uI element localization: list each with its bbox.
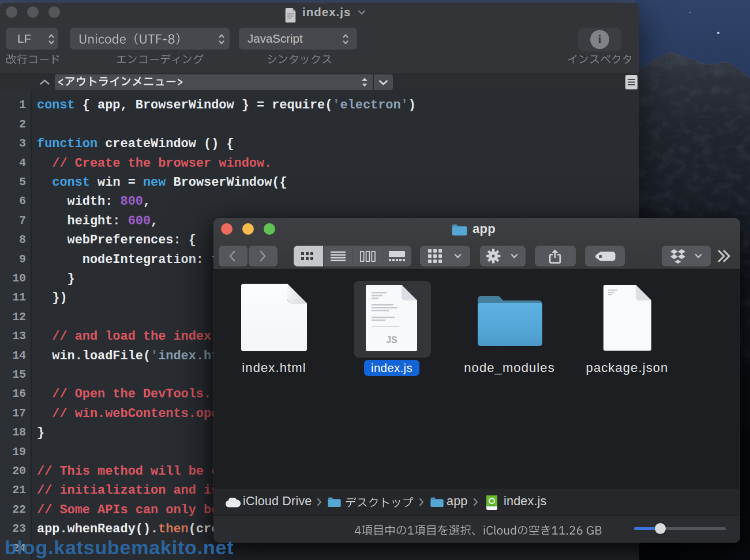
svg-text:JS: JS <box>386 335 397 345</box>
